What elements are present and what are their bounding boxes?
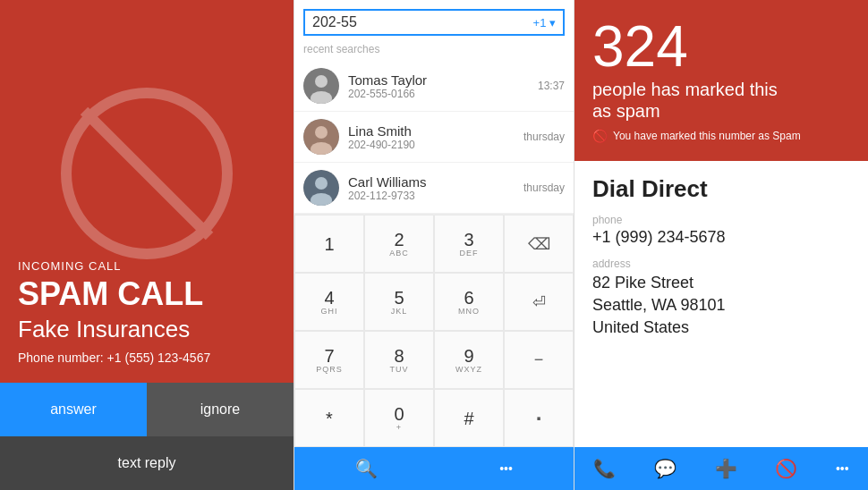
contact-item-carl[interactable]: Carl Williams 202-112-9733 thursday (294, 163, 574, 214)
contact-time-tomas: 13:37 (538, 80, 565, 92)
contact-info-carl: Carl Williams 202-112-9733 (348, 174, 523, 202)
dial-key-2[interactable]: 2 ABC (364, 215, 434, 273)
avatar-tomas (303, 68, 339, 104)
dial-key-enter[interactable]: ⏎ (504, 273, 574, 331)
spam-icon-bg (57, 84, 236, 263)
notice-icon: 🚫 (592, 129, 608, 143)
dial-key-dot[interactable]: · (504, 389, 574, 447)
contact-name-tomas: Tomas Taylor (348, 72, 538, 88)
spam-phone: Phone number: +1 (555) 123-4567 (18, 351, 276, 365)
contact-list: Tomas Taylor 202-555-0166 13:37 Lina Smi… (294, 61, 574, 214)
contact-number-carl: 202-112-9733 (348, 190, 523, 202)
spam-marked-notice: 🚫 You have marked this number as Spam (592, 129, 850, 143)
address-value: 82 Pike StreetSeattle, WA 98101United St… (592, 272, 850, 340)
block-toolbar-icon[interactable]: 🚫 (770, 458, 803, 479)
dial-key-5[interactable]: 5 JKL (364, 273, 434, 331)
contact-item-lina[interactable]: Lina Smith 202-490-2190 thursday (294, 112, 574, 163)
message-toolbar-icon[interactable]: 💬 (649, 458, 682, 479)
answer-button[interactable]: answer (0, 383, 147, 436)
more-toolbar-icon[interactable]: ••• (830, 461, 855, 476)
contact-number-tomas: 202-555-0166 (348, 88, 538, 100)
dial-key-star[interactable]: * (294, 389, 364, 447)
contact-time-carl: thursday (523, 182, 565, 194)
recent-searches-label: recent searches (294, 43, 574, 61)
avatar-carl (303, 170, 339, 206)
middle-toolbar: 🔍 ••• (294, 447, 574, 490)
dial-key-9[interactable]: 9 WXYZ (434, 331, 504, 389)
country-code-selector[interactable]: +1 ▾ (533, 16, 556, 30)
middle-panel: +1 ▾ recent searches Tomas Taylor 202-55… (294, 0, 574, 490)
more-options-icon[interactable]: ••• (490, 461, 522, 476)
dial-key-minus[interactable]: − (504, 331, 574, 389)
call-toolbar-icon[interactable]: 📞 (588, 458, 621, 479)
dial-key-4[interactable]: 4 GHI (294, 273, 364, 331)
spam-title: SPAM CALL (18, 276, 276, 312)
phone-label: phone (592, 214, 850, 226)
address-label: address (592, 258, 850, 270)
spam-count-number: 324 (592, 18, 850, 75)
spam-notice-text: You have marked this number as Spam (613, 130, 801, 142)
dial-key-0[interactable]: 0 + (364, 389, 434, 447)
dial-direct-title: Dial Direct (592, 175, 850, 203)
spam-subtitle: Fake Insurances (18, 316, 276, 343)
right-toolbar: 📞 💬 ➕ 🚫 ••• (574, 447, 868, 490)
search-input[interactable] (312, 14, 533, 30)
dial-key-backspace[interactable]: ⌫ (504, 215, 574, 273)
svg-point-9 (315, 177, 328, 190)
dial-key-3[interactable]: 3 DEF (434, 215, 504, 273)
avatar-lina (303, 119, 339, 155)
dial-key-1[interactable]: 1 (294, 215, 364, 273)
contact-info-lina: Lina Smith 202-490-2190 (348, 123, 523, 151)
contact-time-lina: thursday (523, 131, 565, 143)
svg-line-1 (84, 111, 209, 236)
dial-key-8[interactable]: 8 TUV (364, 331, 434, 389)
dial-key-7[interactable]: 7 PQRS (294, 331, 364, 389)
search-toolbar-icon[interactable]: 🔍 (346, 458, 387, 479)
phone-value: +1 (999) 234-5678 (592, 228, 850, 247)
contact-item-tomas[interactable]: Tomas Taylor 202-555-0166 13:37 (294, 61, 574, 112)
left-panel: INCOMING CALL SPAM CALL Fake Insurances … (0, 0, 294, 490)
ignore-button[interactable]: ignore (147, 383, 294, 436)
contact-name-carl: Carl Williams (348, 174, 523, 190)
svg-point-6 (315, 126, 328, 139)
dial-key-6[interactable]: 6 MNO (434, 273, 504, 331)
spam-count-text: people has marked thisas spam (592, 79, 850, 122)
dialpad: 1 2 ABC 3 DEF ⌫ 4 GHI 5 JKL 6 MNO ⏎ (294, 214, 574, 447)
contact-info-tomas: Tomas Taylor 202-555-0166 (348, 72, 538, 100)
dial-key-hash[interactable]: # (434, 389, 504, 447)
right-panel: 324 people has marked thisas spam 🚫 You … (574, 0, 868, 490)
left-panel-top: INCOMING CALL SPAM CALL Fake Insurances … (0, 0, 294, 383)
text-reply-button[interactable]: text reply (0, 436, 294, 490)
contact-name-lina: Lina Smith (348, 123, 523, 139)
contact-number-lina: 202-490-2190 (348, 139, 523, 151)
call-action-buttons: answer ignore (0, 383, 294, 436)
add-toolbar-icon[interactable]: ➕ (710, 458, 743, 479)
spam-count-section: 324 people has marked thisas spam 🚫 You … (574, 0, 868, 161)
svg-point-3 (315, 75, 328, 88)
dial-direct-section: Dial Direct phone +1 (999) 234-5678 addr… (574, 161, 868, 349)
search-bar: +1 ▾ (303, 9, 565, 36)
